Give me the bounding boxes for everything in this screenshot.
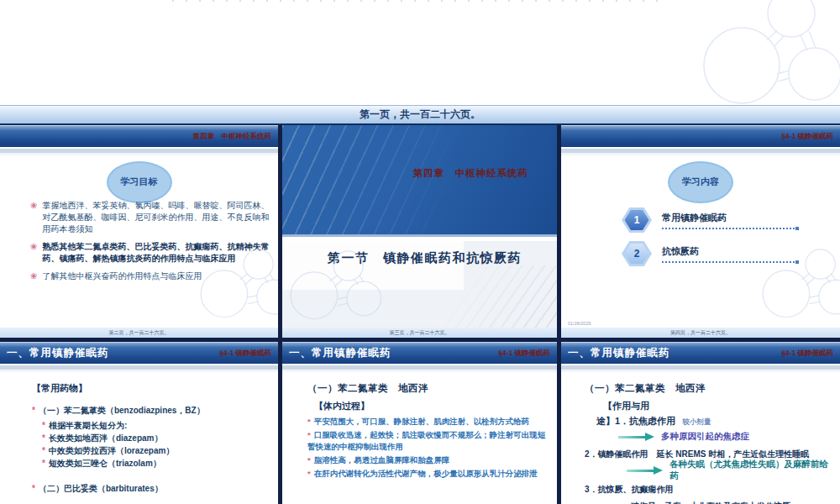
section-heading: 【常用药物】: [32, 382, 271, 395]
bullet-text: 了解其他中枢兴奋药的作用特点与临床应用: [42, 270, 202, 282]
step-label: 常用镇静催眠药: [662, 212, 795, 224]
asterisk-bullet: *: [307, 469, 311, 478]
asterisk-bullet: *: [42, 446, 45, 455]
hexagon-badge: 2: [622, 241, 652, 266]
pharmacokinetics-line: *口服吸收迅速，起效快；肌注吸收慢而不规那么；静注射可出现短暂快速的中枢抑制出现…: [307, 429, 549, 453]
slide3-header-bar: §4-1 镇静催眠药: [561, 125, 840, 147]
diagonal-texture-decoration: [431, 265, 557, 328]
slide6-title: 一、常用镇静催眠药: [568, 346, 670, 360]
slide5-header-divider: [282, 364, 557, 372]
molecule-icon: [759, 249, 840, 323]
indication-text: 各种失眠（尤其焦虑性失眠）及麻醉前给药: [669, 459, 833, 482]
slide-thumbnail-6[interactable]: 一、常用镇静催眠药 §4-1 镇静催眠药 （一）苯二氮䓬类 地西泮 【作用与用 …: [561, 342, 840, 504]
teal-arrow-icon: [618, 433, 654, 441]
slide6-section-label: §4-1 镇静催眠药: [781, 349, 833, 359]
slide-page-label: 第三页，共一百二十六页。: [390, 329, 450, 337]
slide-thumbnail-5[interactable]: 一、常用镇静催眠药 §4-1 镇静催眠药 （一）苯二氮䓬类 地西泮 【体内过程】…: [282, 342, 557, 504]
slide4-header-divider: [0, 364, 278, 372]
pharmacokinetics-line: *脂溶性高，易透过血脑屏障和胎盘屏障: [307, 454, 549, 466]
slide1-body: 学习目标 ❀ 掌握地西泮、苯妥英钠、氯丙嗪、吗啡、哌替啶、阿司匹林、对乙酰氨基酚…: [0, 155, 278, 328]
drug-class-line: *中效类如劳拉西泮（lorazepam）: [42, 445, 271, 457]
section-heading: 【体内过程】: [314, 400, 549, 412]
slide-page-label: 第二页，共一百二十六页。: [109, 329, 170, 337]
line-text: 在肝内代谢转化为活性代谢产物，极少量以原形从乳汁分泌排泄: [314, 469, 538, 478]
teal-arrow-icon: [627, 466, 663, 475]
molecule-icon: [287, 250, 381, 324]
step-number: 2: [625, 244, 649, 264]
learning-objectives-ellipse: 学习目标: [107, 161, 172, 203]
slide3-header-divider: [561, 147, 840, 155]
slide-thumbnail-1[interactable]: 第四章 中枢神经系统药 学习目标 ❀ 掌握地西泮、苯妥英钠、氯丙嗪、吗啡、哌替啶…: [0, 125, 278, 338]
bullet-text: 掌握地西泮、苯妥英钠、氯丙嗪、吗啡、哌替啶、阿司匹林、对乙酰氨基酚、咖啡因、尼可…: [42, 200, 271, 235]
line-text: 长效类如地西泮（diazepam）: [49, 433, 163, 443]
slide2-chapter-title: 第四章 中枢神经系统药: [413, 167, 529, 180]
slide1-chapter-label: 第四章 中枢神经系统药: [193, 132, 272, 142]
slide-date: 01/26/2025: [568, 321, 591, 326]
slide-thumbnail-3[interactable]: §4-1 镇静催眠药 学习内容 1 常用镇静催眠药 2: [561, 125, 840, 338]
content-step-1: 1 常用镇静催眠药: [622, 207, 795, 233]
line-text: 途】1．抗焦虑作用: [596, 416, 675, 426]
slide1-header-bar: 第四章 中枢神经系统药: [0, 125, 278, 147]
indication-row: 各种失眠（尤其焦虑性失眠）及麻醉前给药: [627, 465, 833, 475]
drug-class-line: *根据半衰期长短分为:: [42, 420, 271, 432]
slide1-footer: 第二页，共一百二十六页。: [0, 328, 278, 338]
line-text: 平安范围大，可口服、静脉注射、肌肉注射、以栓剂方式给药: [314, 417, 530, 426]
asterisk-bullet: *: [32, 484, 35, 493]
slide3-footer: 第四页，共一百二十六页。: [561, 328, 840, 338]
hexagon-badge: 1: [622, 207, 652, 233]
slide6-body: （一）苯二氮䓬类 地西泮 【作用与用 途】1．抗焦虑作用较小剂量 多种原因引起的…: [561, 372, 840, 504]
asterisk-bullet: *: [42, 459, 45, 468]
slide3-section-label: §4-1 镇静催眠药: [781, 132, 833, 142]
slide2-header-divider: [282, 234, 557, 241]
slide4-title: 一、常用镇静催眠药: [7, 346, 109, 360]
dose-note: 较小剂量: [682, 417, 711, 426]
molecule-icon: [693, 0, 840, 105]
line-text: 根据半衰期长短分为:: [49, 421, 127, 430]
slide4-header-bar: 一、常用镇静催眠药 §4-1 镇静催眠药: [0, 342, 278, 364]
dotted-leader-line: [662, 228, 795, 229]
slide5-body: （一）苯二氮䓬类 地西泮 【体内过程】 *平安范围大，可口服、静脉注射、肌肉注射…: [282, 372, 557, 504]
drug-class-line: *（二）巴比妥类（barbiturates）: [32, 483, 271, 495]
usage-heading-line2: 途】1．抗焦虑作用较小剂量: [596, 415, 833, 428]
slide4-section-label: §4-1 镇静催眠药: [219, 349, 271, 359]
molecule-icon: [197, 249, 278, 323]
line-end-dot: [795, 227, 799, 230]
drug-subtitle: （一）苯二氮䓬类 地西泮: [585, 382, 833, 395]
asterisk-bullet: *: [307, 430, 311, 439]
drug-subtitle: （一）苯二氮䓬类 地西泮: [307, 382, 549, 395]
learning-content-ellipse: 学习内容: [668, 161, 733, 203]
drug-class-line: *长效类如地西泮（diazepam）: [42, 433, 271, 444]
slide2-body: 第一节 镇静催眠药和抗惊厥药: [282, 241, 557, 328]
indication-text: 多种原因引起的焦虑症: [661, 431, 749, 443]
slide-grid: 第四章 中枢神经系统药 学习目标 ❀ 掌握地西泮、苯妥英钠、氯丙嗪、吗啡、哌替啶…: [0, 125, 840, 504]
slide4-body: 【常用药物】 *（一）苯二氮䓬类（benzodiazpines，BZ） *根据半…: [0, 372, 278, 504]
list-item: ❀ 掌握地西泮、苯妥英钠、氯丙嗪、吗啡、哌替啶、阿司匹林、对乙酰氨基酚、咖啡因、…: [30, 200, 271, 235]
asterisk-bullet: *: [307, 417, 311, 426]
pharmacokinetics-line: *在肝内代谢转化为活性代谢产物，极少量以原形从乳汁分泌排泄: [307, 468, 549, 480]
slide2-footer: 第三页，共一百二十六页。: [282, 328, 557, 338]
slide-thumbnail-2[interactable]: 第四章 中枢神经系统药 第一节 镇静催眠药和抗惊厥药 第三页，共一百二十六页。: [282, 125, 557, 338]
slide1-header-divider: [0, 147, 278, 155]
pharmacokinetics-line: *平安范围大，可口服、静脉注射、肌肉注射、以栓剂方式给药: [307, 416, 549, 428]
indication-row: 多种原因引起的焦虑症: [618, 432, 833, 442]
flower-bullet-icon: ❀: [30, 270, 37, 282]
diagonal-stripes-decoration: [282, 125, 557, 234]
line-text: （二）巴比妥类（barbiturates）: [39, 484, 163, 493]
step-number: 1: [625, 210, 649, 230]
slide5-section-label: §4-1 镇静催眠药: [498, 349, 550, 359]
usage-heading-line1: 【作用与用: [603, 400, 833, 412]
drug-class-line: *短效类如三唑仑（triazolam）: [42, 458, 271, 470]
asterisk-bullet: *: [32, 406, 35, 415]
line-text: （一）苯二氮䓬类（benzodiazpines，BZ）: [39, 406, 205, 415]
slide5-header-bar: 一、常用镇静催眠药 §4-1 镇静催眠药: [282, 342, 557, 364]
asterisk-bullet: *: [42, 421, 45, 430]
line-text: 中效类如劳拉西泮（lorazepam）: [49, 446, 174, 455]
slide-thumbnail-4[interactable]: 一、常用镇静催眠药 §4-1 镇静催眠药 【常用药物】 *（一）苯二氮䓬类（be…: [0, 342, 278, 504]
slide5-title: 一、常用镇静催眠药: [289, 346, 391, 360]
page-count-bar: 第一页，共一百二十六页。: [0, 105, 840, 125]
asterisk-bullet: *: [42, 433, 45, 443]
flower-bullet-icon: ❀: [30, 241, 37, 265]
cropped-content-edge: [172, 0, 668, 2]
page-count-label: 第一页，共一百二十六页。: [360, 108, 480, 122]
slide6-header-divider: [561, 364, 840, 372]
